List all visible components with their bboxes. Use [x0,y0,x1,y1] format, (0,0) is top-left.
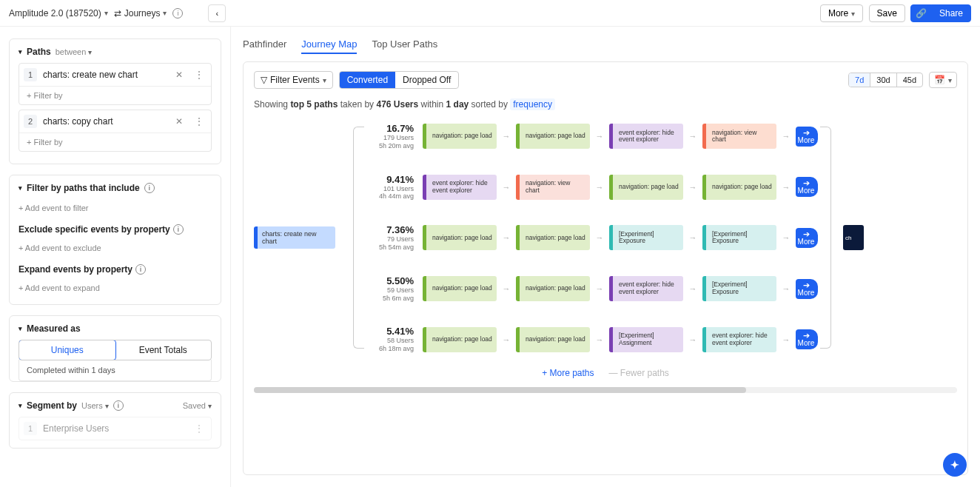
path-node[interactable]: [Experiment] Exposure [702,225,776,250]
path-node[interactable]: navigation: page load [516,225,590,250]
path-node[interactable]: navigation: view chart [702,124,776,149]
fewer-paths-button[interactable]: — Fewer paths [609,368,669,378]
path-row: 7.36%79 Users5h 54m avgnavigation: page … [366,224,818,252]
path-node[interactable]: event explorer: hide event explorer [423,175,497,200]
path-node[interactable]: event explorer: hide event explorer [609,124,683,149]
end-node[interactable]: ch [843,225,864,250]
path-users: 58 Users [366,337,414,345]
path-node[interactable]: event explorer: hide event explorer [702,327,776,352]
path-metrics: 5.41%58 Users6h 18m avg [366,326,414,353]
chevron-down-icon: ▾ [323,76,326,84]
filter-title: Filter by paths that include [27,183,140,193]
chevron-down-icon: ▾ [19,402,22,409]
segment-name[interactable]: Enterprise Users [43,423,186,434]
info-icon[interactable]: i [135,264,146,275]
close-icon[interactable]: ✕ [172,70,186,80]
scrollbar-thumb[interactable] [254,387,746,393]
segment-title[interactable]: ▾ Segment by Users ▾ i Saved ▾ [19,400,212,411]
link-button[interactable]: 🔗 [910,4,932,22]
add-event-to-filter[interactable]: + Add event to filter [19,199,212,217]
time-7d[interactable]: 7d [849,73,870,87]
info-icon[interactable]: i [173,224,184,235]
path-node[interactable]: navigation: page load [423,327,497,352]
path-node[interactable]: navigation: page load [516,124,590,149]
info-icon[interactable]: i [172,8,183,19]
path-node[interactable]: navigation: page load [423,225,497,250]
path-node[interactable]: navigation: page load [702,175,776,200]
converted-button[interactable]: Converted [340,72,395,88]
more-steps-button[interactable]: ➔More [796,127,818,147]
measured-label: Measured as [27,323,81,334]
top-bar: Amplitude 2.0 (187520) ▾ ⇄ Journeys ▾ i … [0,0,980,27]
arrow-right-icon: → [594,335,605,345]
close-icon[interactable]: ✕ [172,116,186,127]
uniques-button[interactable]: Uniques [19,340,116,360]
exclude-heading: Exclude specific events by property i [19,224,212,235]
end-bracket [818,127,831,349]
horizontal-scrollbar[interactable] [254,387,957,393]
help-fab[interactable]: ✦ [943,453,967,477]
tool-selector[interactable]: ⇄ Journeys ▾ [114,8,167,19]
path-avg: 5h 20m avg [366,142,414,150]
arrow-right-icon: → [501,283,511,294]
paths-panel-title[interactable]: ▾ Paths between ▾ [19,47,212,57]
path-node[interactable]: navigation: page load [609,175,683,200]
info-icon[interactable]: i [113,400,124,411]
tab-journey-map[interactable]: Journey Map [301,38,357,54]
time-30d[interactable]: 30d [870,73,896,87]
sort-by-link[interactable]: frequency [510,98,555,110]
project-name: Amplitude 2.0 (187520) [9,8,101,19]
time-45d[interactable]: 45d [896,73,922,87]
event-name[interactable]: charts: create new chart [43,70,167,80]
saved-dropdown[interactable]: Saved ▾ [183,401,212,410]
collapse-sidebar-button[interactable]: ‹ [208,4,226,22]
event-totals-button[interactable]: Event Totals [115,340,212,360]
start-node[interactable]: charts: create new chart [254,226,335,249]
segment-mode[interactable]: Users ▾ [81,401,109,410]
path-node[interactable]: [Experiment] Exposure [702,276,776,301]
measured-title[interactable]: ▾ Measured as [19,323,212,334]
dropped-off-button[interactable]: Dropped Off [395,72,458,88]
segment-panel: ▾ Segment by Users ▾ i Saved ▾ 1 Enter [9,392,221,449]
info-icon[interactable]: i [144,183,155,193]
more-paths-button[interactable]: + More paths [542,368,594,378]
event-name[interactable]: charts: copy chart [43,116,167,127]
more-steps-button[interactable]: ➔More [796,329,818,349]
more-icon[interactable]: ⋮ [192,423,207,434]
filter-events-button[interactable]: ▽ Filter Events ▾ [254,71,333,89]
main: Pathfinder Journey Map Top User Paths ▽ … [231,27,980,487]
save-button[interactable]: Save [869,4,905,22]
project-selector[interactable]: Amplitude 2.0 (187520) ▾ [9,8,108,19]
tab-pathfinder[interactable]: Pathfinder [243,38,286,54]
more-steps-button[interactable]: ➔More [796,177,818,197]
more-icon[interactable]: ⋮ [192,116,207,127]
more-steps-button[interactable]: ➔More [796,279,818,299]
assistant-icon: ✦ [950,459,959,471]
add-event-to-expand[interactable]: + Add event to expand [19,279,212,297]
path-node[interactable]: [Experiment] Exposure [609,225,683,250]
share-button[interactable]: Share [931,4,971,22]
date-picker-button[interactable]: 📅 ▾ [929,72,957,88]
more-icon[interactable]: ⋮ [192,70,207,80]
filter-by-button[interactable]: + Filter by [19,86,211,104]
add-event-to-exclude[interactable]: + Add event to exclude [19,239,212,257]
filter-panel-title[interactable]: ▾ Filter by paths that include i [19,183,212,193]
completed-within[interactable]: Completed within 1 days [19,360,212,381]
filter-by-button[interactable]: + Filter by [19,132,211,151]
path-node[interactable]: navigation: view chart [516,175,590,200]
path-node[interactable]: navigation: page load [423,124,497,149]
path-node[interactable]: navigation: page load [423,276,497,301]
arrow-right-icon: → [688,335,698,345]
path-node[interactable]: navigation: page load [516,276,590,301]
more-button[interactable]: More ▾ [820,4,863,22]
paths-label: Paths [27,47,51,57]
path-node[interactable]: [Experiment] Assignment [609,327,683,352]
paths-mode[interactable]: between ▾ [56,47,93,56]
tab-top-user-paths[interactable]: Top User Paths [372,38,437,54]
arrow-right-icon: → [688,232,698,243]
more-steps-button[interactable]: ➔More [796,228,818,248]
path-percent: 5.41% [366,326,414,337]
path-node[interactable]: navigation: page load [516,327,590,352]
flow-canvas[interactable]: charts: create new chart 16.7%179 Users5… [254,123,957,466]
path-node[interactable]: event explorer: hide event explorer [609,276,683,301]
